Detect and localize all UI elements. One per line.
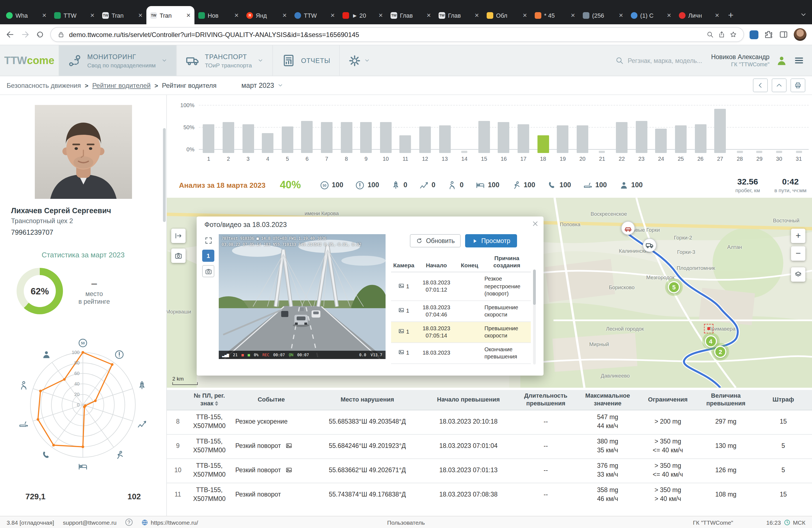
period-selector[interactable]: март 2023 (242, 82, 284, 89)
back-icon[interactable] (5, 30, 15, 39)
day-score-bar[interactable] (796, 151, 802, 153)
browser-tab[interactable]: TWTran× (98, 6, 146, 24)
day-score-bar[interactable] (599, 151, 605, 153)
modal-column-header[interactable]: Камера (391, 253, 417, 272)
modal-column-header[interactable]: Начало (417, 253, 456, 272)
day-score-bar[interactable] (360, 122, 372, 153)
map-event-marker[interactable]: 2 (714, 346, 726, 357)
extensions-puzzle-icon[interactable] (764, 30, 773, 39)
day-score-bar[interactable] (756, 151, 763, 153)
tab-close-icon[interactable]: × (523, 11, 527, 19)
map[interactable]: имени КироваПоповкаВоскресенскоеНовые Го… (167, 198, 812, 388)
day-score-bar[interactable] (537, 135, 549, 153)
sort-icon[interactable] (215, 401, 218, 406)
browser-tab[interactable]: Обл× (483, 6, 531, 24)
incident-marker[interactable] (621, 221, 635, 235)
zoom-icon[interactable] (707, 31, 714, 38)
modal-column-header[interactable]: Причина создания (483, 253, 531, 272)
violation-row[interactable]: 8ТТВ-155,Х507ММ00Резкое ускорение55.6853… (167, 410, 812, 434)
browser-tab[interactable]: * 45× (531, 6, 579, 24)
site-link[interactable]: https://ttwcome.ru/ (141, 519, 198, 526)
tab-close-icon[interactable]: × (331, 11, 335, 19)
layers-button[interactable] (791, 267, 806, 282)
day-score-bar[interactable] (737, 151, 743, 153)
tab-close-icon[interactable]: × (667, 11, 671, 19)
browser-tab[interactable]: TWГлав× (387, 6, 435, 24)
map-event-marker[interactable]: 4 (705, 335, 717, 347)
day-score-bar[interactable] (203, 124, 215, 153)
browser-tab[interactable]: TWГлав× (435, 6, 483, 24)
column-header[interactable]: Максимальное значение (577, 390, 639, 410)
breadcrumb-item[interactable]: Безопасность движения (6, 82, 81, 89)
tab-close-icon[interactable]: × (379, 11, 383, 19)
map-event-marker[interactable]: 5 (668, 281, 680, 293)
panel-scrollbar[interactable] (163, 128, 166, 222)
column-header[interactable]: Ограничения (639, 390, 697, 410)
zoom-in-button[interactable]: + (791, 229, 806, 243)
stats-title[interactable]: Статистика за март 2023 (0, 251, 166, 259)
help-icon[interactable]: ? (126, 518, 133, 526)
day-score-bar[interactable] (776, 151, 782, 153)
zoom-out-button[interactable]: − (791, 246, 806, 261)
map-camera-button[interactable] (171, 249, 186, 263)
tab-close-icon[interactable]: × (571, 11, 575, 19)
day-score-bar[interactable] (695, 124, 706, 153)
new-tab-button[interactable]: + (728, 11, 734, 20)
media-event-row[interactable]: 118.03.2023Окончание превышения (391, 342, 531, 363)
browser-tab[interactable]: ЯЯнд× (243, 6, 291, 24)
media-event-row[interactable]: 118.03.202307:01:12Резкое перестроение (… (391, 272, 531, 300)
reload-icon[interactable] (35, 30, 45, 39)
day-score-bar[interactable] (675, 125, 686, 153)
column-header[interactable] (167, 390, 189, 410)
support-email[interactable]: support@ttwcome.ru (63, 519, 117, 526)
tab-close-icon[interactable]: × (234, 11, 238, 19)
url-text[interactable]: demo.ttwcome.ru/tis/servlet/Controller?u… (69, 31, 702, 39)
app-logo[interactable]: TTWcome (0, 45, 59, 76)
browser-tab[interactable]: Wha× (2, 6, 50, 24)
column-header[interactable]: Место нарушения (313, 390, 422, 410)
day-score-bar[interactable] (321, 122, 333, 153)
day-score-bar[interactable] (557, 126, 569, 153)
tab-close-icon[interactable]: × (282, 11, 287, 19)
nav-reports[interactable]: ОТЧЕТЫ (272, 45, 339, 76)
modal-column-header[interactable]: Конец (456, 253, 483, 272)
day-score-bar[interactable] (461, 151, 467, 153)
tab-close-icon[interactable]: × (186, 11, 191, 19)
nav-transport[interactable]: ТРАНСПОРТТОиР транспорта (176, 45, 272, 76)
refresh-button[interactable]: Обновить (410, 234, 461, 247)
day-score-bar[interactable] (419, 127, 431, 153)
vehicle-search[interactable] (615, 56, 705, 64)
column-header[interactable]: Событие (230, 390, 313, 410)
browser-tab[interactable]: (256× (579, 6, 627, 24)
day-score-bar[interactable] (380, 122, 392, 153)
collapse-up-button[interactable] (772, 78, 787, 92)
day-score-bar[interactable] (577, 125, 588, 153)
media-event-row[interactable]: 118.03.202307:04:46Превышение скорости (391, 300, 531, 321)
violation-row[interactable]: 10ТТВ-155,Х507ММ00Резкий поворот 55.6836… (167, 458, 812, 483)
modal-scrollbar[interactable] (533, 269, 536, 365)
settings-menu[interactable] (339, 45, 379, 76)
browser-tab[interactable]: (1) C× (627, 6, 675, 24)
address-bar[interactable]: demo.ttwcome.ru/tis/servlet/Controller?u… (50, 27, 744, 42)
tab-close-icon[interactable]: × (715, 11, 719, 19)
selected-violation-marker[interactable] (704, 324, 713, 334)
profile-avatar[interactable] (794, 28, 807, 41)
column-header[interactable]: Начало превышения (422, 390, 515, 410)
column-header[interactable]: Длительность превышения (515, 390, 577, 410)
search-input[interactable] (628, 57, 705, 64)
tab-close-icon[interactable]: × (90, 11, 95, 19)
user-icon[interactable] (775, 54, 788, 67)
violation-row[interactable]: 9ТТВ-155,Х507ММ00Резкий поворот 55.68424… (167, 434, 812, 458)
browser-tab[interactable]: ► 20× (338, 6, 387, 24)
nav-monitoring[interactable]: МОНИТОРИНГСвод по подразделениям (59, 45, 176, 76)
day-score-bar[interactable] (222, 122, 234, 153)
day-score-bar[interactable] (340, 122, 352, 153)
close-icon[interactable] (532, 220, 539, 228)
fullscreen-button[interactable] (202, 234, 214, 246)
hamburger-menu-icon[interactable] (794, 55, 804, 66)
media-event-row[interactable]: 118.03.202307:05:14Превышение скорости (391, 321, 531, 342)
tab-close-icon[interactable]: × (42, 11, 46, 19)
share-icon[interactable] (718, 31, 725, 38)
bookmark-star-icon[interactable] (730, 31, 737, 38)
incident-marker[interactable] (642, 238, 656, 252)
